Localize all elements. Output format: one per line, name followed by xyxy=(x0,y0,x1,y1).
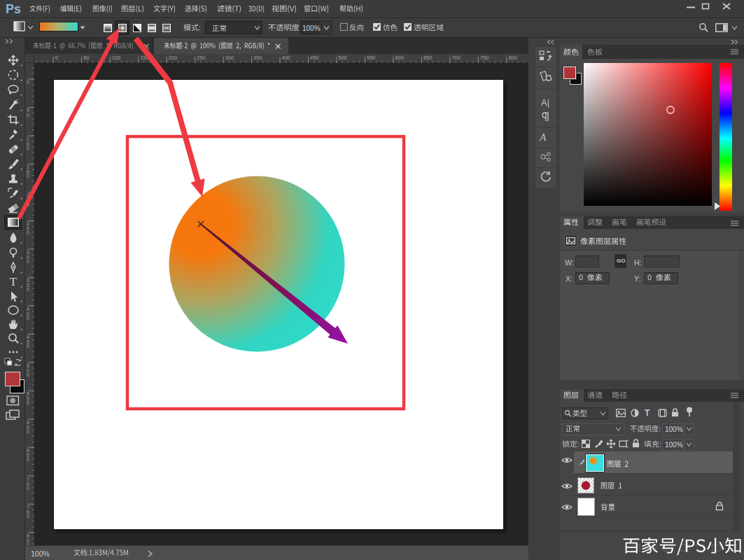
svg-text:T: T xyxy=(10,276,17,288)
